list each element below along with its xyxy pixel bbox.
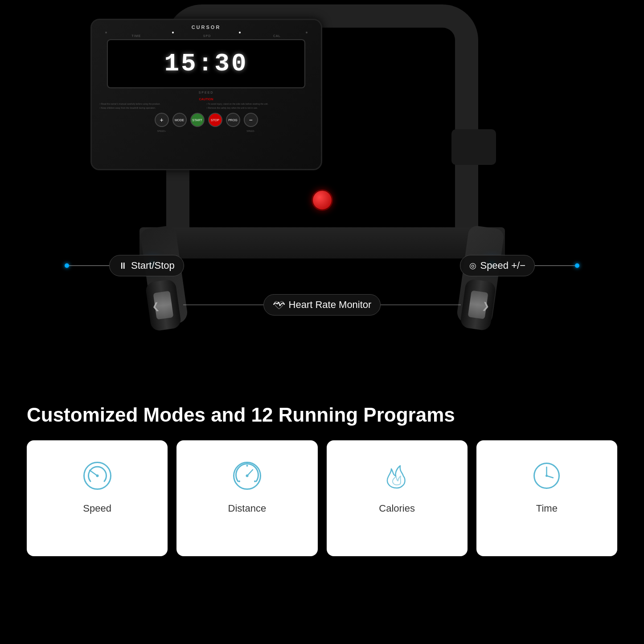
speed-minus-button[interactable]: −: [244, 113, 258, 127]
flame-icon: [380, 459, 414, 492]
display-screen: 15:30: [107, 39, 305, 88]
label-cal: CAL: [273, 34, 281, 37]
caution-line-1: • Read the owner's manual carefully befo…: [100, 103, 206, 106]
line-speed: [535, 265, 575, 266]
time-card-icon: [529, 458, 565, 494]
speed-label: SPEED: [96, 91, 316, 94]
svg-point-8: [254, 480, 256, 482]
distance-card-icon: [229, 458, 265, 494]
speed-card-label: Speed: [83, 503, 111, 514]
svg-point-7: [246, 465, 248, 467]
base-platform: [139, 227, 505, 258]
led-right: [489, 261, 495, 267]
chevron-right-icon: ❯: [481, 300, 490, 312]
treadmill-section: CURSOR TIME SPD CAL 15:30: [0, 0, 644, 388]
label-time: TIME: [131, 34, 141, 37]
timer-value: 15:30: [164, 49, 248, 78]
led-connector-start-stop: [65, 263, 69, 268]
card-calories: Calories: [327, 440, 468, 556]
label-spd: SPD: [203, 34, 211, 37]
start-button[interactable]: START: [190, 113, 205, 127]
card-time: Time: [476, 440, 617, 556]
cards-row: Speed Distance: [27, 440, 617, 556]
cup-holder-right: [451, 129, 496, 165]
section-title: Customized Modes and 12 Running Programs: [27, 403, 617, 427]
svg-point-12: [546, 475, 548, 477]
bottom-section: Customized Modes and 12 Running Programs…: [0, 394, 644, 644]
svg-point-2: [96, 475, 98, 477]
controls-row: + SPEED+ MODE START STOP PROG: [96, 113, 316, 127]
distance-card-label: Distance: [228, 503, 267, 514]
chevron-left-icon: ❮: [151, 300, 160, 312]
line-start-stop: [69, 265, 109, 266]
treadmill-render: CURSOR TIME SPD CAL 15:30: [131, 4, 514, 370]
safety-key[interactable]: [312, 189, 333, 211]
caution-line-4: • Remove the safety key when the unit is…: [207, 107, 313, 110]
stop-button[interactable]: STOP: [208, 113, 222, 127]
caution-line-2: • To avoid injury, stand on the side rai…: [207, 103, 313, 106]
caution-text-area: • Read the owner's manual carefully befo…: [96, 103, 316, 109]
clock-icon: [530, 459, 563, 492]
caution-line-3: • Keep children away from the treadmill …: [100, 107, 206, 110]
led-connector-speed: [575, 263, 579, 268]
svg-point-6: [238, 480, 240, 482]
card-distance: Distance: [176, 440, 317, 556]
caution-title: CAUTION: [96, 98, 316, 101]
brand-label: CURSOR: [96, 25, 316, 30]
calories-card-label: Calories: [379, 503, 415, 514]
card-speed: Speed: [27, 440, 168, 556]
speed-plus-label: SPEED+: [157, 130, 166, 132]
speed-minus-label: SPEED-: [246, 130, 255, 132]
calories-card-icon: [379, 458, 415, 494]
speed-card-icon: [79, 458, 115, 494]
led-left: [149, 261, 156, 267]
speed-plus-button[interactable]: +: [155, 113, 169, 127]
svg-point-5: [246, 475, 248, 477]
console-panel: CURSOR TIME SPD CAL 15:30: [90, 19, 322, 170]
prog-button[interactable]: PROG: [226, 113, 240, 127]
time-card-label: Time: [536, 503, 558, 514]
start-stop-icon: ⏸: [119, 261, 127, 271]
speedometer-icon: [81, 459, 114, 492]
gauge-icon: [230, 459, 264, 492]
mode-button[interactable]: MODE: [172, 113, 187, 127]
svg-line-1: [90, 470, 98, 476]
